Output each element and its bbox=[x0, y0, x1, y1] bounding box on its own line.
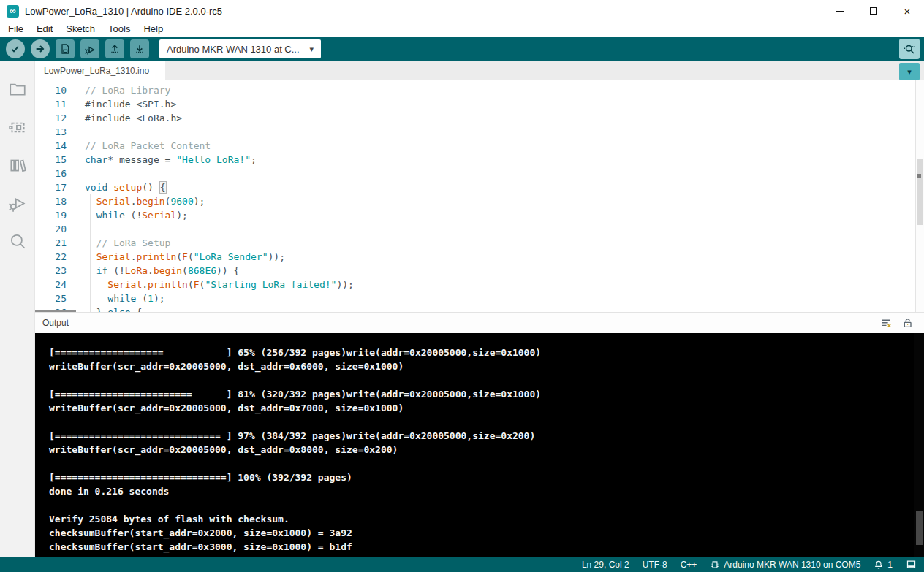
window-title: LowPower_LoRa_1310 | Arduino IDE 2.0.0-r… bbox=[25, 6, 222, 17]
line-number: 14 bbox=[35, 139, 77, 153]
menu-sketch[interactable]: Sketch bbox=[59, 22, 102, 37]
code-line[interactable]: // LoRa Library bbox=[85, 83, 924, 97]
console-scrollbar-thumb[interactable] bbox=[916, 511, 923, 545]
upload-button[interactable] bbox=[31, 39, 50, 58]
menu-help[interactable]: Help bbox=[137, 22, 170, 37]
chip-icon bbox=[8, 118, 27, 137]
notifications-button[interactable]: 1 bbox=[874, 560, 893, 570]
code-line[interactable]: char* message = "Hello LoRa!"; bbox=[85, 153, 924, 167]
console-line bbox=[49, 415, 909, 429]
chevron-down-icon: ▾ bbox=[907, 67, 912, 77]
sidebar-item-debugger[interactable] bbox=[0, 184, 35, 222]
scroll-lock-button[interactable] bbox=[902, 317, 914, 329]
console-line bbox=[49, 457, 909, 470]
serial-monitor-button[interactable] bbox=[899, 39, 920, 59]
toggle-panel-button[interactable] bbox=[906, 559, 917, 570]
line-number: 16 bbox=[35, 167, 77, 180]
menu-tools[interactable]: Tools bbox=[102, 22, 137, 37]
code-line[interactable] bbox=[85, 222, 924, 236]
code-line[interactable]: Serial.begin(9600); bbox=[85, 194, 924, 208]
code-line[interactable]: // LoRa Packet Content bbox=[85, 139, 924, 153]
books-icon bbox=[8, 156, 27, 175]
line-number: 19 bbox=[35, 208, 77, 222]
code-line[interactable]: while (1); bbox=[85, 291, 924, 305]
output-console[interactable]: [=================== ] 65% (256/392 page… bbox=[35, 333, 924, 557]
console-line: writeBuffer(scr_addr=0x20005000, dst_add… bbox=[49, 359, 909, 373]
code-line[interactable]: #include <SPI.h> bbox=[85, 97, 924, 111]
line-number: 12 bbox=[35, 111, 77, 125]
code-line[interactable]: void setup() { bbox=[85, 180, 924, 194]
clear-output-button[interactable] bbox=[880, 317, 893, 329]
code-line[interactable]: #include <LoRa.h> bbox=[85, 111, 924, 125]
code-line[interactable] bbox=[85, 125, 924, 139]
maximize-button[interactable] bbox=[857, 0, 890, 22]
minimize-icon bbox=[836, 11, 844, 12]
arduino-logo-icon: ∞ bbox=[7, 5, 19, 18]
editor-dropdown-button[interactable]: ▾ bbox=[899, 63, 920, 80]
console-line: checksumBuffer(start_addr=0x2000, size=0… bbox=[49, 526, 909, 540]
output-panel-title: Output bbox=[42, 318, 69, 328]
code-line[interactable]: while (!Serial); bbox=[85, 208, 924, 222]
console-line: writeBuffer(scr_addr=0x20005000, dst_add… bbox=[49, 401, 909, 415]
debug-icon bbox=[8, 194, 27, 213]
minimize-button[interactable] bbox=[823, 0, 857, 22]
debug-button[interactable] bbox=[80, 39, 99, 58]
language-indicator[interactable]: C++ bbox=[681, 560, 697, 570]
output-panel-header: Output bbox=[35, 312, 924, 333]
line-number: 10 bbox=[35, 83, 77, 97]
arrow-right-icon bbox=[34, 43, 46, 55]
folder-icon bbox=[8, 80, 27, 99]
cursor-position[interactable]: Ln 29, Col 2 bbox=[582, 560, 629, 570]
console-vertical-scrollbar[interactable] bbox=[914, 333, 924, 557]
editor-lines[interactable]: // LoRa Library#include <SPI.h>#include … bbox=[77, 80, 924, 312]
code-editor[interactable]: 1011121314151617181920212223242526 // Lo… bbox=[35, 80, 924, 312]
menu-edit[interactable]: Edit bbox=[30, 22, 59, 37]
verify-button[interactable] bbox=[6, 39, 25, 58]
line-number: 20 bbox=[35, 222, 77, 236]
line-number: 15 bbox=[35, 153, 77, 167]
maximize-icon bbox=[870, 7, 877, 15]
serial-monitor-icon bbox=[903, 42, 916, 56]
menu-bar: File Edit Sketch Tools Help bbox=[0, 22, 924, 37]
console-line: [============================= ] 97% (38… bbox=[49, 429, 909, 443]
activity-sidebar bbox=[0, 61, 35, 557]
editor-vertical-scrollbar[interactable] bbox=[915, 80, 924, 312]
line-number: 22 bbox=[35, 250, 77, 264]
push-sketch-button[interactable] bbox=[105, 39, 124, 58]
console-line: checksumBuffer(start_addr=0x3000, size=0… bbox=[49, 540, 909, 554]
encoding-indicator[interactable]: UTF-8 bbox=[643, 560, 667, 570]
line-number: 13 bbox=[35, 125, 77, 139]
pull-sketch-button[interactable] bbox=[130, 39, 149, 58]
sidebar-item-boards-manager[interactable] bbox=[0, 108, 35, 146]
arrow-up-icon bbox=[109, 43, 121, 55]
code-line[interactable]: // LoRa Setup bbox=[85, 236, 924, 250]
line-number: 11 bbox=[35, 97, 77, 111]
code-line[interactable]: Serial.println(F("Starting LoRa failed!"… bbox=[85, 278, 924, 291]
board-selector-dropdown[interactable]: Arduino MKR WAN 1310 at C... ▾ bbox=[159, 39, 321, 58]
tab-lowpower-lora-1310[interactable]: LowPower_LoRa_1310.ino bbox=[35, 61, 165, 80]
file-icon bbox=[59, 43, 71, 55]
title-bar: ∞ LowPower_LoRa_1310 | Arduino IDE 2.0.0… bbox=[0, 0, 924, 22]
chip-icon bbox=[710, 560, 720, 570]
line-number: 25 bbox=[35, 291, 77, 305]
sidebar-item-sketchbook[interactable] bbox=[0, 70, 35, 108]
main-area: LowPower_LoRa_1310.ino ▾ 101112131415161… bbox=[0, 61, 924, 557]
sidebar-item-search[interactable] bbox=[0, 222, 35, 260]
status-bar: Ln 29, Col 2 UTF-8 C++ Arduino MKR WAN 1… bbox=[0, 557, 924, 572]
code-line[interactable]: Serial.println(F("LoRa Sender")); bbox=[85, 250, 924, 264]
console-text: [=================== ] 65% (256/392 page… bbox=[49, 346, 909, 554]
editor-horizontal-scrollbar[interactable] bbox=[35, 310, 76, 312]
board-status[interactable]: Arduino MKR WAN 1310 on COM5 bbox=[710, 560, 860, 570]
board-selector-label: Arduino MKR WAN 1310 at C... bbox=[167, 44, 300, 55]
code-line[interactable]: } else { bbox=[85, 305, 924, 312]
close-button[interactable]: × bbox=[890, 0, 924, 22]
sidebar-item-library-manager[interactable] bbox=[0, 146, 35, 184]
editor-scrollbar-thumb[interactable] bbox=[917, 159, 923, 225]
menu-file[interactable]: File bbox=[1, 22, 30, 37]
code-line[interactable] bbox=[85, 167, 924, 180]
close-icon: × bbox=[904, 6, 911, 17]
toolbar: Arduino MKR WAN 1310 at C... ▾ bbox=[0, 37, 924, 61]
console-line: done in 0.216 seconds bbox=[49, 484, 909, 498]
code-line[interactable]: if (!LoRa.begin(868E6)) { bbox=[85, 264, 924, 278]
save-sketch-button[interactable] bbox=[56, 39, 75, 58]
